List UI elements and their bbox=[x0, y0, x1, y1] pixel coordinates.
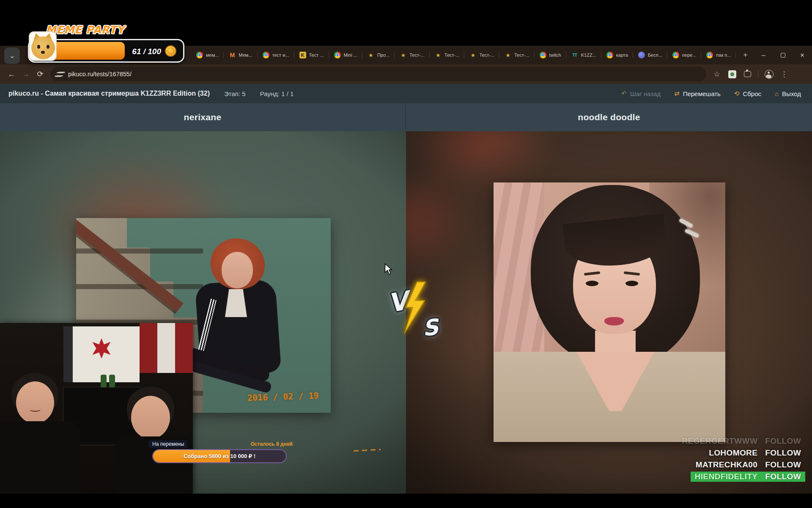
url-actions: ☆ ⋮ bbox=[710, 68, 790, 80]
back-button[interactable]: ← bbox=[4, 67, 19, 81]
right-contestant-photo[interactable] bbox=[494, 182, 725, 442]
browser-tab[interactable]: ★Тест-... bbox=[499, 49, 535, 61]
maximize-button[interactable] bbox=[773, 46, 793, 64]
favicon-twitch-icon: TT bbox=[571, 52, 578, 58]
browser-url-bar: ← → ⟳ pikuco.ru/tests/167855/ ☆ ⋮ bbox=[0, 64, 812, 84]
site-header: pikuco.ru - Самая красивая стримерша K1Z… bbox=[0, 84, 812, 103]
face-shape bbox=[222, 252, 253, 288]
extensions-icon[interactable] bbox=[741, 68, 754, 80]
favicon-m-icon: M bbox=[229, 52, 236, 58]
browser-tab[interactable]: ★Тест-... bbox=[464, 49, 499, 61]
exit-label: Выход bbox=[782, 90, 801, 97]
browser-tab[interactable]: KТест ... bbox=[294, 49, 329, 61]
donation-goal-widget: На перемены Осталось 8 дней Собрано 5800… bbox=[149, 440, 293, 463]
left-contestant-name: nerixane bbox=[0, 103, 406, 131]
doge-icon bbox=[29, 31, 57, 61]
browser-tab[interactable]: ★Про... bbox=[362, 49, 395, 61]
shuffle-icon: ⇄ bbox=[674, 90, 680, 97]
browser-tab[interactable]: Mini ... bbox=[329, 49, 362, 61]
extension-glyph-icon bbox=[728, 70, 736, 78]
favicon-star-icon: ★ bbox=[469, 52, 476, 58]
page-title: pikuco.ru - Самая красивая стримерша K1Z… bbox=[8, 90, 210, 97]
follow-notification-feed: REGERGERTWWWFOLLOWLOHOMOREFOLLOWMATRECHK… bbox=[678, 436, 805, 482]
tab-label: Про... bbox=[377, 52, 390, 58]
site-settings-icon[interactable] bbox=[57, 72, 63, 77]
tab-label: Тест-... bbox=[409, 52, 425, 58]
browser-tab[interactable]: ★Тест-... bbox=[430, 49, 465, 61]
maximize-icon bbox=[781, 53, 785, 58]
browser-tab[interactable]: TTK1ZZ... bbox=[566, 49, 601, 61]
tab-label: Бесп... bbox=[648, 52, 662, 58]
tab-label: карта bbox=[616, 52, 628, 58]
donation-progress-text: Собрано 5800 из 10 000 ₽ ! bbox=[153, 450, 286, 462]
minimize-button[interactable]: ─ bbox=[754, 46, 773, 64]
reset-button[interactable]: ⟲ Сброс bbox=[734, 90, 761, 97]
pinned-extension-icon[interactable] bbox=[726, 68, 738, 80]
browser-menu-button[interactable]: ⋮ bbox=[778, 68, 790, 80]
browser-tab[interactable]: мем... bbox=[191, 49, 224, 61]
shuffle-button[interactable]: ⇄ Перемешать bbox=[674, 90, 721, 97]
window-controls: ─ ✕ bbox=[754, 46, 812, 64]
overlay-collapse-button[interactable]: ⌄ bbox=[4, 47, 20, 64]
favicon-chrome-icon bbox=[540, 52, 546, 58]
eye-shape bbox=[625, 281, 638, 286]
favicon-star-icon: ★ bbox=[435, 52, 442, 58]
favicon-chrome-icon bbox=[196, 52, 203, 58]
eye-shape bbox=[586, 281, 598, 286]
red-flag-shape bbox=[140, 323, 193, 373]
tab-label: Тест ... bbox=[309, 52, 324, 58]
profile-button[interactable] bbox=[763, 68, 775, 80]
photo-date-stamp: 2016 / 02 / 19 bbox=[247, 390, 319, 403]
reset-icon: ⟲ bbox=[734, 90, 740, 97]
header-actions: ↶ Шаг назад ⇄ Перемешать ⟲ Сброс ⌂ Выход bbox=[621, 90, 804, 97]
tab-label: K1ZZ... bbox=[581, 52, 596, 58]
body-shape bbox=[0, 421, 80, 494]
meme-party-title: MEME PARTY bbox=[46, 24, 124, 36]
browser-tab[interactable]: карта bbox=[601, 49, 633, 61]
tab-label: Тест-... bbox=[479, 52, 494, 58]
left-contestant-panel[interactable]: 2016 / 02 / 19 bbox=[0, 131, 406, 494]
follow-notification: REGERGERTWWWFOLLOW bbox=[678, 436, 805, 446]
home-icon: ⌂ bbox=[775, 90, 779, 97]
doge-head-shape bbox=[31, 36, 55, 59]
browser-tab[interactable]: пак п... bbox=[701, 49, 736, 61]
step-back-button[interactable]: ↶ Шаг назад bbox=[621, 90, 661, 97]
browser-tab[interactable]: MМем... bbox=[224, 49, 257, 61]
shuffle-label: Перемешать bbox=[683, 90, 721, 97]
follower-username: LOHOMORE bbox=[709, 448, 757, 458]
reset-label: Сброс bbox=[743, 90, 761, 97]
contestant-name-band: nerixane noodle doodle bbox=[0, 103, 812, 131]
vs-letter-s: S bbox=[421, 314, 440, 341]
reload-button[interactable]: ⟳ bbox=[33, 67, 47, 81]
browser-tab[interactable]: пере... bbox=[667, 49, 701, 61]
browser-tab[interactable]: тест и... bbox=[258, 49, 294, 61]
favicon-k-icon: K bbox=[299, 52, 306, 58]
favicon-chrome-icon bbox=[334, 52, 341, 58]
donation-header: На перемены Осталось 8 дней bbox=[149, 440, 293, 448]
donation-time-left: Осталось 8 дней bbox=[250, 441, 293, 447]
meme-party-progress-widget: 61 / 100 MEME PARTY bbox=[19, 30, 189, 64]
bottle-shape bbox=[101, 375, 107, 387]
new-tab-button[interactable]: + bbox=[739, 49, 751, 61]
exit-button[interactable]: ⌂ Выход bbox=[775, 90, 801, 97]
bookmark-star-icon[interactable]: ☆ bbox=[710, 68, 723, 80]
forward-button[interactable]: → bbox=[19, 67, 33, 81]
stage-label: Этап: 5 bbox=[224, 90, 246, 97]
round-label: Раунд: 1 / 1 bbox=[260, 90, 294, 97]
url-text[interactable]: pikuco.ru/tests/167855/ bbox=[68, 71, 132, 77]
face-shape bbox=[131, 396, 170, 439]
tab-label: Тест-... bbox=[514, 52, 529, 58]
browser-tab[interactable]: ★Тест-... bbox=[395, 49, 430, 61]
favicon-chrome-icon bbox=[706, 52, 713, 58]
close-button[interactable]: ✕ bbox=[793, 46, 812, 64]
right-contestant-name: noodle doodle bbox=[406, 103, 812, 131]
follower-username: MATRECHKA00 bbox=[696, 460, 758, 469]
browser-tab[interactable]: twitch bbox=[535, 49, 566, 61]
tab-label: пак п... bbox=[716, 52, 731, 58]
profile-icon bbox=[765, 70, 774, 79]
address-bar[interactable]: pikuco.ru/tests/167855/ bbox=[51, 67, 706, 81]
tab-label: пере... bbox=[682, 52, 696, 58]
follow-action-label: FOLLOW bbox=[765, 460, 801, 469]
browser-tab[interactable]: Бесп... bbox=[633, 49, 667, 61]
meme-counter: 61 / 100 bbox=[132, 47, 161, 56]
